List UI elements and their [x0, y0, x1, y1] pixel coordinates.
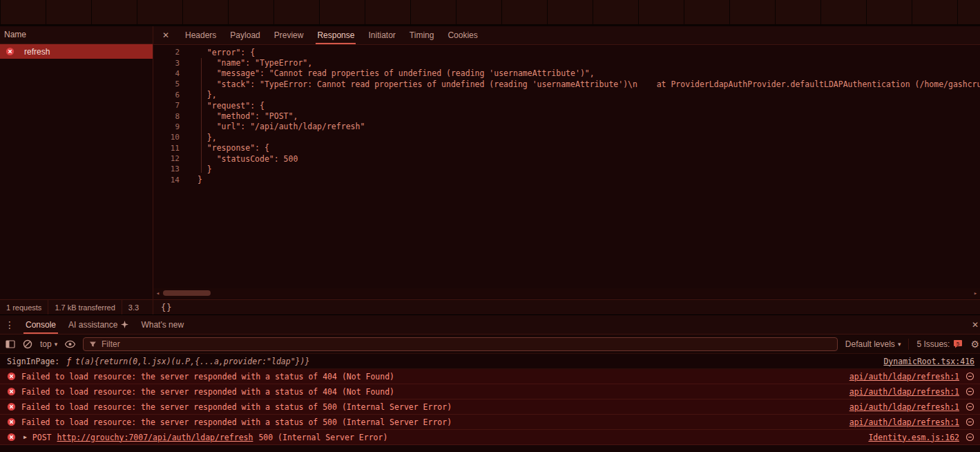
scroll-left-icon[interactable]: ◂ — [153, 290, 162, 296]
context-selector[interactable]: top ▾ — [40, 339, 57, 349]
console-sidebar-toggle-icon[interactable] — [6, 340, 15, 348]
tab-headers[interactable]: Headers — [178, 26, 223, 44]
response-body-viewer: 2 "error": { 3 "name": "TypeError", 4 "m… — [153, 45, 980, 299]
tab-whats-new-label: What's new — [141, 320, 184, 330]
tab-ai-label: AI assistance — [68, 320, 117, 330]
code-line: 13 } — [153, 164, 980, 174]
divider — [908, 339, 909, 350]
issues-counter[interactable]: 5 Issues: 5 — [916, 339, 963, 349]
network-panel: Name refresh ✕ Headers Payload Preview R… — [0, 26, 980, 299]
console-error-post-row[interactable]: ▶ POST http://grouchy:7007/api/auth/ldap… — [0, 430, 980, 445]
drawer-tabbar: ⋮ Console AI assistance What's new ✕ — [0, 315, 980, 335]
error-text: Failed to load resource: the server resp… — [21, 402, 452, 412]
console-error-row[interactable]: Failed to load resource: the server resp… — [0, 369, 980, 384]
console-toolbar: top ▾ Default levels ▾ 5 Issues: 5 ⚙ — [0, 335, 980, 354]
filter-box[interactable] — [83, 337, 838, 351]
console-error-row[interactable]: Failed to load resource: the server resp… — [0, 415, 980, 430]
console-log-row[interactable]: SignInPage: ƒ t(a){return(0,l.jsx)(u.P,{… — [0, 354, 980, 369]
error-icon — [7, 372, 16, 381]
console-settings-gear-icon[interactable]: ⚙ — [970, 339, 979, 350]
console-error-row[interactable]: Failed to load resource: the server resp… — [0, 399, 980, 415]
console-drawer: ⋮ Console AI assistance What's new ✕ top… — [0, 314, 980, 450]
scrollbar-thumb[interactable] — [163, 290, 211, 296]
indent-guide — [201, 58, 202, 173]
log-source-label: SignInPage: — [7, 357, 59, 366]
tab-ai-assistance[interactable]: AI assistance — [62, 315, 135, 334]
horizontal-scrollbar[interactable]: ◂ ▸ — [153, 288, 980, 298]
filter-funnel-icon — [89, 341, 97, 348]
top-filmstrip — [0, 0, 980, 26]
expand-caret-icon[interactable]: ▶ — [23, 434, 27, 440]
network-statusbar: 1 requests 1.7 kB transferred 3.3 {} — [0, 299, 980, 314]
clear-console-icon[interactable] — [23, 339, 32, 349]
source-link[interactable]: Identity.esm.js:162 — [868, 433, 959, 442]
tab-payload[interactable]: Payload — [223, 26, 267, 44]
ai-spark-icon — [121, 321, 128, 328]
issue-icon[interactable] — [965, 402, 974, 411]
chevron-down-icon: ▾ — [898, 341, 901, 348]
transferred-size: 1.7 kB transferred — [48, 303, 121, 312]
issue-icon[interactable] — [965, 387, 974, 396]
error-icon — [7, 402, 16, 411]
request-url-link[interactable]: http://grouchy:7007/api/auth/ldap/refres… — [57, 433, 253, 442]
console-messages: SignInPage: ƒ t(a){return(0,l.jsx)(u.P,{… — [0, 354, 980, 450]
issue-icon[interactable] — [965, 372, 974, 381]
status-text: 500 (Internal Server Error) — [258, 433, 387, 442]
tab-preview[interactable]: Preview — [267, 26, 311, 44]
code-line: 10 }, — [153, 132, 980, 142]
code-line: 8 "method": "POST", — [153, 111, 980, 121]
tab-whats-new[interactable]: What's new — [135, 315, 190, 334]
function-icon: ƒ — [66, 357, 71, 366]
code-line: 4 "message": "Cannot read properties of … — [153, 68, 980, 79]
request-error-icon — [6, 47, 15, 56]
close-detail-icon[interactable]: ✕ — [153, 26, 178, 44]
source-link[interactable]: api/auth/ldap/refresh:1 — [849, 387, 959, 397]
tab-response[interactable]: Response — [310, 26, 361, 44]
source-link[interactable]: api/auth/ldap/refresh:1 — [849, 372, 959, 382]
resources-size: 3.3 — [122, 303, 145, 312]
issue-icon[interactable] — [965, 417, 974, 426]
error-icon — [7, 417, 16, 426]
tab-cookies[interactable]: Cookies — [441, 26, 484, 44]
code-line: 2 "error": { — [153, 47, 980, 57]
filter-input[interactable] — [102, 339, 832, 349]
error-text: Failed to load resource: the server resp… — [21, 417, 452, 427]
request-list-header: Name — [0, 26, 153, 44]
source-link[interactable]: api/auth/ldap/refresh:1 — [849, 402, 959, 412]
request-row-refresh[interactable]: refresh — [0, 44, 153, 59]
code-line: 14} — [153, 175, 980, 185]
network-detail-tabs: ✕ Headers Payload Preview Response Initi… — [153, 26, 980, 45]
code-line: 11 "response": { — [153, 143, 980, 153]
code-line: 3 "name": "TypeError", — [153, 57, 980, 68]
requests-count: 1 requests — [0, 303, 48, 312]
network-detail-pane: ✕ Headers Payload Preview Response Initi… — [153, 26, 980, 299]
issues-bubble-icon: 5 — [953, 339, 963, 348]
svg-text:5: 5 — [957, 341, 960, 347]
request-name: refresh — [24, 47, 50, 57]
log-levels-selector[interactable]: Default levels ▾ — [845, 339, 901, 349]
code-line: 12 "statusCode": 500 — [153, 153, 980, 164]
issues-label: 5 Issues: — [916, 339, 950, 349]
context-label: top — [40, 339, 52, 349]
tab-initiator[interactable]: Initiator — [361, 26, 402, 44]
tab-timing[interactable]: Timing — [403, 26, 441, 44]
console-error-row[interactable]: Failed to load resource: the server resp… — [0, 384, 980, 399]
source-link[interactable]: DynamicRoot.tsx:416 — [883, 357, 974, 366]
format-icon[interactable]: {} — [161, 303, 172, 312]
code-line: 7 "request": { — [153, 100, 980, 111]
log-levels-label: Default levels — [845, 339, 895, 349]
code-line: 9 "url": "/api/auth/ldap/refresh" — [153, 122, 980, 132]
scroll-right-icon[interactable]: ▸ — [971, 290, 980, 296]
tab-console-label: Console — [26, 320, 56, 330]
tab-console[interactable]: Console — [19, 315, 62, 334]
close-drawer-icon[interactable]: ✕ — [969, 315, 980, 334]
request-method: POST — [32, 433, 52, 442]
network-request-list: Name refresh — [0, 26, 153, 299]
issue-icon[interactable] — [965, 433, 974, 442]
function-preview: t(a){return(0,l.jsx)(u.P,{...a,provider:… — [75, 357, 309, 366]
source-link[interactable]: api/auth/ldap/refresh:1 — [849, 417, 959, 427]
more-tabs-icon[interactable]: ⋮ — [0, 315, 19, 334]
error-icon — [7, 433, 16, 442]
live-expression-eye-icon[interactable] — [65, 340, 75, 348]
chevron-down-icon: ▾ — [55, 341, 58, 348]
